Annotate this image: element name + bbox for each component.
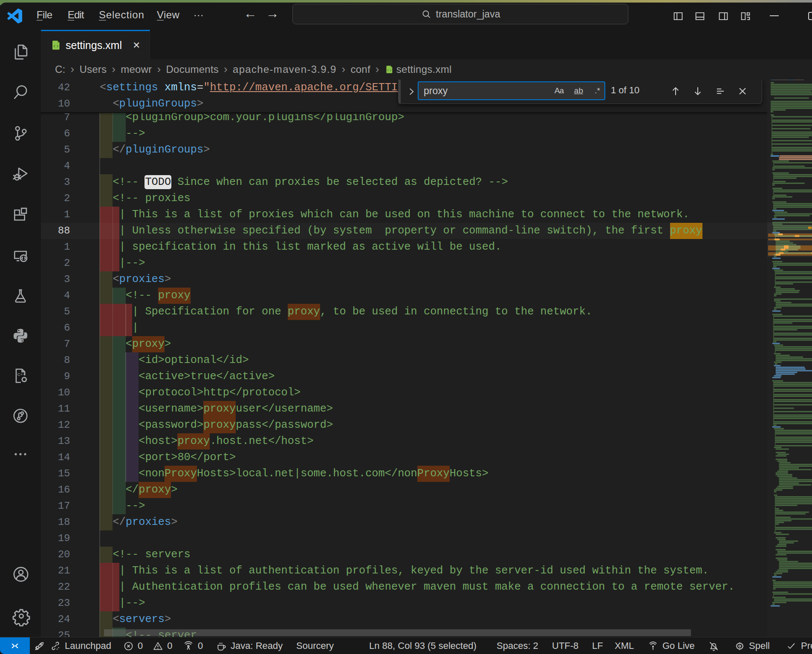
svg-text:C++: C++ — [17, 372, 26, 377]
